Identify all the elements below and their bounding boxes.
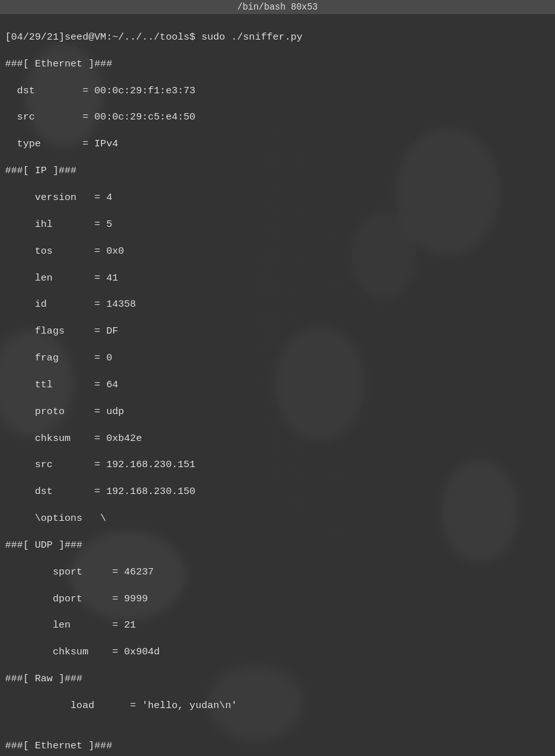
p1-udp-len: len = 21 bbox=[5, 619, 136, 631]
p1-eth-src: src = 00:0c:29:c5:e4:50 bbox=[5, 111, 196, 123]
p1-udp-sport: sport = 46237 bbox=[5, 566, 154, 578]
p1-udp-chksum: chksum = 0x904d bbox=[5, 646, 160, 658]
p1-ip-len: len = 41 bbox=[5, 272, 118, 284]
p1-raw-load: load = 'hello, yudan\n' bbox=[5, 700, 237, 711]
p1-ip-tos: tos = 0x0 bbox=[5, 245, 124, 257]
title-bar: /bin/bash 80x53 bbox=[0, 0, 555, 15]
p1-ip-id: id = 14358 bbox=[5, 298, 136, 310]
prompt-line: [04/29/21]seed@VM:~/../../tools$ sudo ./… bbox=[5, 31, 302, 43]
p1-eth-type: type = IPv4 bbox=[5, 138, 118, 150]
p1-udp-dport: dport = 9999 bbox=[5, 593, 148, 605]
p1-ip-chksum: chksum = 0xb42e bbox=[5, 433, 142, 444]
p1-ip-ihl: ihl = 5 bbox=[5, 219, 112, 230]
p1-ip-frag: frag = 0 bbox=[5, 352, 112, 364]
p1-ip-ttl: ttl = 64 bbox=[5, 379, 118, 390]
terminal-window: /bin/bash 80x53 [04/29/21]seed@VM:~/../.… bbox=[0, 0, 555, 756]
p1-udp-header: ###[ UDP ]### bbox=[5, 539, 82, 551]
p1-ip-header: ###[ IP ]### bbox=[5, 165, 77, 176]
p1-raw-header: ###[ Raw ]### bbox=[5, 673, 82, 684]
p2-ethernet-header: ###[ Ethernet ]### bbox=[5, 740, 112, 752]
p1-ethernet-header: ###[ Ethernet ]### bbox=[5, 58, 112, 70]
p1-ip-options: \options \ bbox=[5, 513, 106, 524]
terminal-title: /bin/bash 80x53 bbox=[237, 2, 318, 12]
terminal-content: [04/29/21]seed@VM:~/../../tools$ sudo ./… bbox=[0, 15, 555, 756]
p1-eth-dst: dst = 00:0c:29:f1:e3:73 bbox=[5, 85, 196, 96]
p1-ip-version: version = 4 bbox=[5, 192, 112, 203]
p1-ip-src: src = 192.168.230.151 bbox=[5, 459, 196, 470]
p1-ip-flags: flags = DF bbox=[5, 325, 118, 337]
p1-ip-proto: proto = udp bbox=[5, 406, 124, 417]
p1-ip-dst: dst = 192.168.230.150 bbox=[5, 486, 196, 497]
